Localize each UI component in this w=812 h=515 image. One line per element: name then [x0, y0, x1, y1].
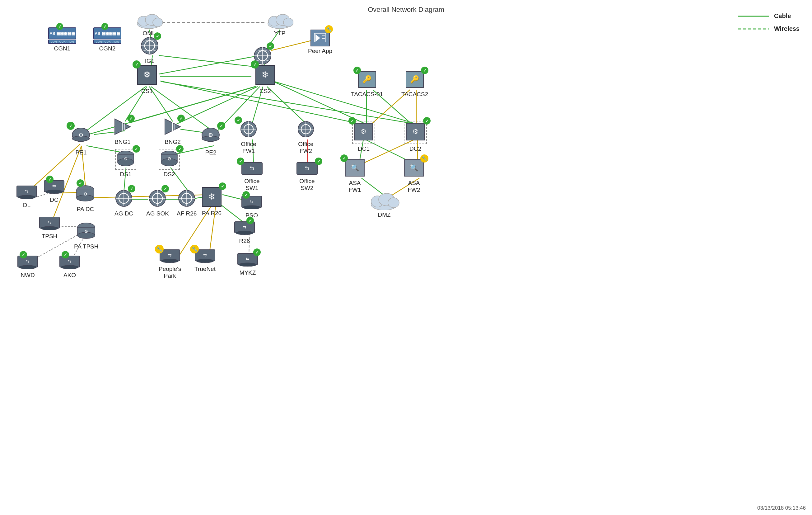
- svg-point-67: [283, 18, 293, 27]
- svg-text:🔍: 🔍: [351, 163, 359, 172]
- svg-text:⇆: ⇆: [250, 165, 255, 171]
- svg-text:❄: ❄: [143, 70, 151, 80]
- label-AGSOK: AG SOK: [146, 210, 169, 217]
- icon-NWD: ⇆: [17, 255, 38, 269]
- cloud-icon-DMZ: [369, 191, 400, 210]
- icon-PATPSH: ⚙: [76, 221, 96, 240]
- node-PeoplesP: 🔧 ⇆ People's Park: [159, 249, 181, 279]
- label-PE1: PE1: [76, 149, 87, 156]
- svg-text:⇆: ⇆: [243, 224, 246, 229]
- label-TACACS01: TACACS-01: [351, 91, 383, 98]
- label-AKO: AKO: [63, 272, 76, 279]
- node-OfficeFW1: ✓ Office FW1: [239, 121, 258, 155]
- icon-DS1: ⚙: [117, 151, 135, 167]
- icon-AFR26: [178, 189, 196, 207]
- label-DC2: DC2: [409, 145, 421, 152]
- svg-text:🔍: 🔍: [410, 163, 418, 172]
- status-AGDC: ✓: [128, 185, 135, 192]
- status-DC2: ✓: [423, 117, 431, 125]
- svg-text:⚙: ⚙: [78, 132, 83, 138]
- label-CS1: CS1: [141, 88, 153, 94]
- status-CGN2: ✓: [102, 23, 108, 30]
- timestamp: 03/13/2018 05:13:46: [757, 505, 806, 511]
- node-TrueNet: 🔧 ⇆ TrueNet: [195, 249, 215, 272]
- status-PeerApp: 🔧: [325, 25, 333, 33]
- label-YTP: YTP: [274, 30, 286, 37]
- status-IG2: ✓: [267, 42, 274, 50]
- status-BNG1: ✓: [127, 115, 135, 122]
- label-PE2: PE2: [205, 149, 216, 156]
- label-PeerApp: Peer App: [308, 48, 332, 54]
- svg-text:⚙: ⚙: [208, 132, 213, 138]
- node-PADC: ✓ ⚙ PA DC: [75, 184, 95, 213]
- label-OfficeFW1: Office FW1: [241, 141, 256, 155]
- node-OfficeSW2: ✓ ⇆ Office SW2: [296, 162, 318, 191]
- node-TACACS01: ✓ 🔑 TACACS-01: [351, 71, 383, 98]
- icon-DC2: ⚙: [406, 123, 425, 141]
- label-OfficeFW2: Office FW2: [298, 141, 313, 155]
- status-PADC: ✓: [77, 179, 84, 187]
- svg-text:🔑: 🔑: [410, 75, 419, 84]
- node-PATPSH: ⚙ PA TPSH: [74, 221, 98, 250]
- label-OfficeSW1: Office SW1: [244, 178, 259, 191]
- icon-TACACS01: 🔑: [358, 71, 376, 88]
- icon-CS2: ❄: [255, 65, 276, 85]
- svg-text:⇆: ⇆: [52, 183, 56, 188]
- svg-text:⇆: ⇆: [25, 189, 29, 194]
- status-ASAFW1: ✓: [340, 155, 348, 162]
- page-title: Overall Network Diagram: [368, 6, 444, 14]
- icon-DC1: ⚙: [354, 123, 373, 141]
- node-PE2: ✓ ⚙ PE2: [201, 126, 221, 156]
- svg-text:⇆: ⇆: [68, 259, 71, 264]
- icon-OfficeFW1: [239, 121, 258, 138]
- status-DS2: ✓: [176, 145, 183, 153]
- status-MYKZ: ✓: [253, 248, 261, 256]
- status-PE1: ✓: [66, 122, 75, 130]
- icon-OfficeSW2: ⇆: [296, 162, 318, 175]
- label-DMZ: DMZ: [378, 211, 390, 218]
- svg-point-131: [388, 198, 399, 208]
- label-ASAFW1: ASA FW1: [348, 180, 361, 193]
- label-IG1: IG1: [145, 58, 155, 64]
- svg-text:⇆: ⇆: [168, 252, 172, 258]
- node-PE1: ✓ ⚙ PE1: [71, 126, 91, 156]
- cable-label: Cable: [774, 12, 791, 20]
- label-BNG2: BNG2: [165, 139, 181, 145]
- status-IG1: ✓: [154, 32, 161, 40]
- label-DS2: DS2: [164, 171, 175, 178]
- status-TACACS01: ✓: [353, 66, 361, 74]
- cloud-icon-YTP: [266, 12, 293, 29]
- label-DL: DL: [23, 202, 30, 209]
- icon-PE1: ⚙: [71, 126, 91, 146]
- label-TPSH: TPSH: [42, 233, 58, 240]
- status-TACACS2: ✓: [421, 66, 428, 74]
- legend: Cable Wireless: [738, 12, 800, 32]
- svg-text:⇆: ⇆: [305, 165, 310, 171]
- label-PADC: PA DC: [77, 206, 94, 213]
- status-AKO: ✓: [62, 251, 69, 259]
- label-OfficeSW2: Office SW2: [299, 178, 315, 191]
- config-label-CGN1: CONFIGURATION: [48, 39, 76, 44]
- label-PATPSH: PA TPSH: [74, 243, 98, 250]
- node-NWD: ✓ ⇆ NWD: [17, 255, 38, 279]
- status-PAR26: ✓: [219, 183, 226, 190]
- status-OfficeFW1: ✓: [235, 116, 242, 124]
- status-DC1: ✓: [348, 117, 356, 125]
- svg-point-170: [19, 265, 36, 269]
- label-BNG1: BNG1: [115, 139, 130, 145]
- node-DC: ✓ ⇆ DC: [44, 180, 65, 203]
- node-TPSH: ⇆ TPSH: [39, 216, 60, 240]
- node-DS1: ✓ ⚙ DS1: [115, 149, 136, 178]
- svg-point-163: [41, 226, 58, 230]
- svg-text:⇆: ⇆: [250, 199, 254, 204]
- label-DC: DC: [50, 196, 58, 203]
- svg-point-133: [18, 195, 35, 199]
- node-DS2: ✓ ⚙ DS2: [159, 149, 180, 178]
- svg-point-157: [243, 206, 260, 209]
- node-OfficeSW1: ✓ ⇆ Office SW1: [241, 162, 263, 191]
- svg-text:⚙: ⚙: [124, 156, 128, 161]
- node-AFR26: AF R26: [177, 189, 197, 217]
- node-CGN2: ✓ AS ▦▦▦▦▦ CONFIGURATION CGN2: [93, 27, 121, 52]
- status-BNG2: ✓: [177, 115, 185, 122]
- node-CS2: ✓ ❄ CS2: [255, 65, 276, 94]
